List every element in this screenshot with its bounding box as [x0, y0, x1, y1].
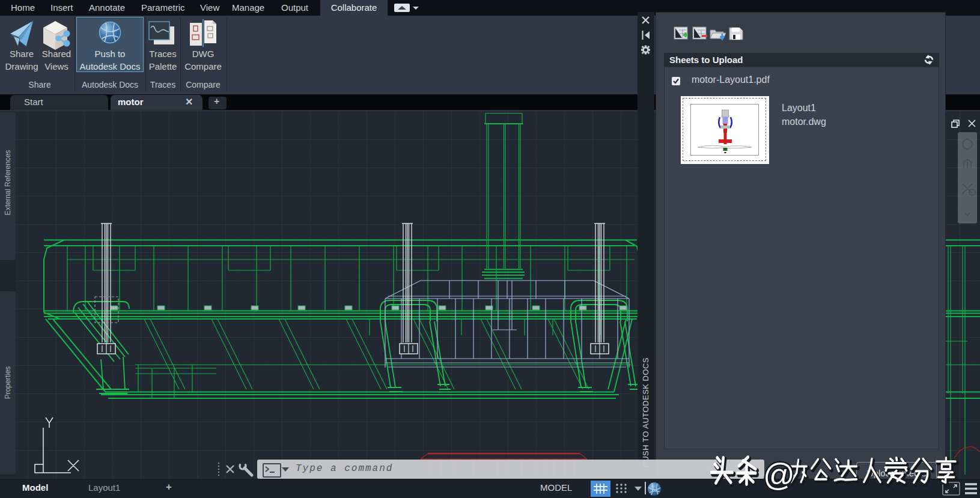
svg-text:PUSH TO AUTODESK DOCS: PUSH TO AUTODESK DOCS	[641, 357, 650, 467]
svg-text:@: @	[763, 457, 795, 492]
